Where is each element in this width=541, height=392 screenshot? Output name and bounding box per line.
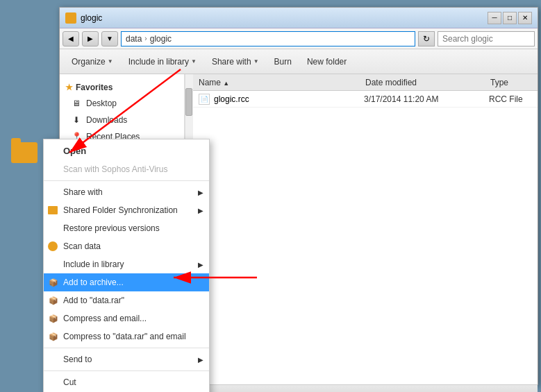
context-menu-send-to[interactable]: Send to ▶: [44, 350, 209, 368]
sidebar-item-desktop[interactable]: 🖥 Desktop: [60, 95, 184, 112]
context-menu-scan-data[interactable]: Scan data: [44, 237, 209, 255]
address-path[interactable]: data › glogic: [121, 31, 415, 46]
forward-button[interactable]: ▶: [82, 31, 99, 46]
path-glogic[interactable]: glogic: [150, 34, 172, 44]
star-icon: ★: [65, 83, 73, 92]
title-bar-text: glogic: [81, 13, 102, 23]
library-submenu-arrow: ▶: [198, 261, 203, 269]
file-area: Name Date modified Type 📄 glogic.rcc 3/1…: [193, 74, 538, 384]
title-bar: glogic ─ □ ✕: [60, 8, 538, 28]
organize-button[interactable]: Organize ▼: [65, 52, 119, 71]
separator-2: [44, 348, 209, 348]
context-menu-open[interactable]: Open: [44, 141, 209, 160]
minimize-button[interactable]: ─: [488, 12, 501, 24]
context-menu-scan-sophos: Scan with Sophos Anti-Virus: [44, 160, 209, 178]
close-button[interactable]: ✕: [518, 12, 532, 24]
desktop-folder[interactable]: [7, 135, 42, 170]
context-menu-add-to-data-rar[interactable]: 📦 Add to "data.rar": [44, 291, 209, 309]
shared-folder-arrow: ▶: [198, 207, 203, 214]
context-menu: Open Scan with Sophos Anti-Virus Share w…: [43, 139, 210, 392]
new-folder-button[interactable]: New folder: [301, 52, 353, 71]
column-date[interactable]: Date modified: [360, 78, 485, 87]
toolbar: Organize ▼ Include in library ▼ Share wi…: [60, 49, 538, 74]
context-menu-compress-email[interactable]: 📦 Compress and email...: [44, 309, 209, 327]
context-menu-include-library[interactable]: Include in library ▶: [44, 255, 209, 273]
column-header: Name Date modified Type: [193, 74, 538, 91]
compress-rar-icon: 📦: [48, 331, 59, 342]
share-arrow: ▼: [253, 58, 259, 65]
window-controls: ─ □ ✕: [488, 12, 532, 24]
path-data[interactable]: data: [126, 34, 142, 44]
rar-icon: 📦: [48, 295, 59, 306]
context-menu-restore[interactable]: Restore previous versions: [44, 219, 209, 237]
downloads-icon: ⬇: [71, 114, 82, 126]
send-to-arrow: ▶: [198, 356, 203, 364]
table-row[interactable]: 📄 glogic.rcc 3/17/2014 11:20 AM RCC File: [193, 91, 538, 108]
folder-icon: [11, 142, 38, 163]
desktop-icon: 🖥: [71, 98, 82, 109]
context-menu-add-to-archive[interactable]: 📦 Add to archive...: [44, 273, 209, 291]
back-button[interactable]: ◀: [63, 31, 79, 46]
scan-icon: [48, 241, 58, 251]
compress-icon: 📦: [48, 313, 59, 324]
title-bar-icon: [65, 12, 76, 24]
share-submenu-arrow: ▶: [198, 189, 203, 196]
column-name[interactable]: Name: [193, 78, 360, 87]
separator-1: [44, 180, 209, 181]
context-menu-share-with[interactable]: Share with ▶: [44, 183, 209, 201]
column-type[interactable]: Type: [485, 78, 538, 87]
context-menu-cut[interactable]: Cut: [44, 373, 209, 391]
sidebar-item-downloads[interactable]: ⬇ Downloads: [60, 112, 184, 128]
burn-button[interactable]: Burn: [268, 52, 298, 71]
address-go-button[interactable]: ↻: [418, 31, 435, 46]
maximize-button[interactable]: □: [503, 12, 517, 24]
separator-3: [44, 370, 209, 371]
organize-arrow: ▼: [108, 58, 113, 65]
include-arrow: ▼: [191, 58, 197, 65]
favorites-header[interactable]: ★ Favorites: [60, 80, 184, 95]
file-name: glogic.rcc: [214, 94, 364, 104]
address-bar: ◀ ▶ ▼ data › glogic ↻: [60, 28, 538, 49]
context-menu-compress-email-rar[interactable]: 📦 Compress to "data.rar" and email: [44, 327, 209, 346]
context-menu-shared-folder-sync[interactable]: Shared Folder Synchronization ▶: [44, 201, 209, 219]
include-in-library-button[interactable]: Include in library ▼: [122, 52, 203, 71]
sidebar-scroll-thumb[interactable]: [185, 88, 192, 116]
recent-button[interactable]: ▼: [101, 31, 118, 46]
file-icon: 📄: [199, 94, 210, 105]
file-date: 3/17/2014 11:20 AM: [364, 94, 489, 104]
shared-folder-icon: [48, 206, 58, 214]
search-input[interactable]: [438, 31, 535, 46]
path-arrow-1: ›: [144, 35, 147, 42]
file-type: RCC File: [489, 94, 532, 104]
archive-icon: 📦: [48, 277, 59, 288]
share-with-button[interactable]: Share with ▼: [206, 52, 265, 71]
